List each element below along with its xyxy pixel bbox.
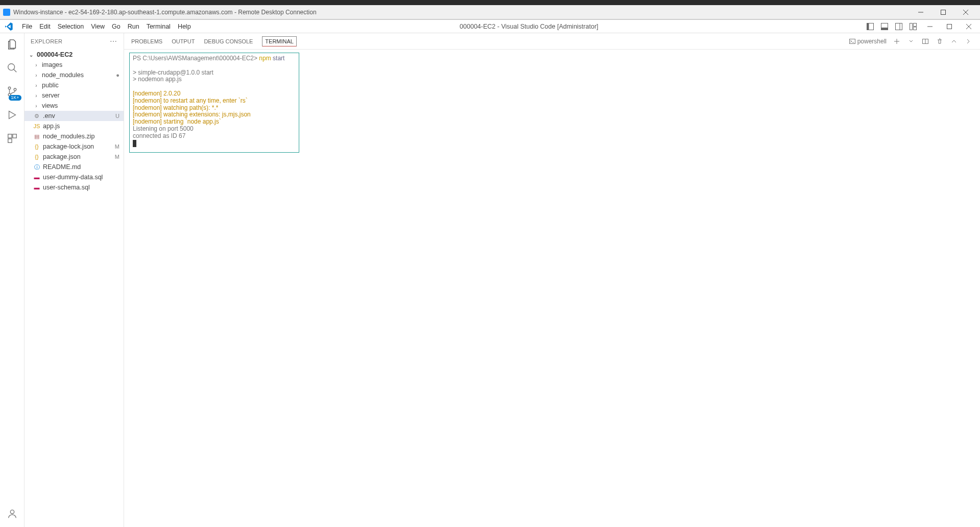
git-ignored-dot-icon: ● bbox=[116, 72, 119, 78]
minimize-icon bbox=[918, 10, 923, 15]
svg-point-14 bbox=[14, 88, 16, 91]
new-terminal-button[interactable] bbox=[892, 37, 901, 46]
svg-rect-0 bbox=[941, 10, 946, 14]
file-user-schema-sql[interactable]: ▬ user-schema.sql bbox=[25, 182, 124, 193]
file-app-js[interactable]: JS app.js bbox=[25, 121, 124, 131]
chevron-right-icon: › bbox=[33, 103, 40, 109]
tab-debug-console[interactable]: DEBUG CONSOLE bbox=[204, 33, 253, 49]
file-readme-md[interactable]: ⓘ README.md bbox=[25, 162, 124, 172]
vscode-close-button[interactable] bbox=[960, 20, 978, 33]
svg-rect-15 bbox=[8, 134, 11, 138]
git-status-untracked: U bbox=[115, 113, 119, 119]
project-name: 000004-EC2 bbox=[37, 51, 124, 58]
menu-view[interactable]: View bbox=[87, 20, 108, 33]
folder-node-modules[interactable]: › node_modules ● bbox=[25, 70, 124, 80]
folder-views[interactable]: › views bbox=[25, 101, 124, 111]
menu-selection[interactable]: Selection bbox=[54, 20, 87, 33]
rdp-maximize-button[interactable] bbox=[932, 5, 954, 19]
terminal-dropdown-button[interactable] bbox=[906, 37, 916, 46]
menu-file[interactable]: File bbox=[18, 20, 36, 33]
svg-rect-9 bbox=[914, 27, 917, 30]
svg-rect-19 bbox=[849, 39, 855, 43]
file-node-modules-zip[interactable]: ▤ node_modules.zip bbox=[25, 131, 124, 141]
layout-panel-icon[interactable] bbox=[878, 20, 891, 33]
layout-sidebar-left-icon[interactable] bbox=[864, 20, 877, 33]
chevron-right-icon bbox=[966, 39, 971, 44]
chevron-right-icon: › bbox=[33, 93, 40, 99]
json-file-icon: {} bbox=[33, 143, 41, 150]
js-file-icon: JS bbox=[33, 123, 41, 129]
split-icon bbox=[922, 38, 928, 44]
panel-more-button[interactable] bbox=[964, 37, 973, 46]
svg-rect-10 bbox=[947, 24, 952, 29]
vscode-logo-icon bbox=[4, 21, 14, 32]
vscode-maximize-button[interactable] bbox=[940, 20, 959, 33]
menu-edit[interactable]: Edit bbox=[36, 20, 54, 33]
trash-icon bbox=[937, 38, 943, 44]
chevron-right-icon: › bbox=[33, 73, 40, 78]
extensions-icon bbox=[7, 133, 18, 144]
menu-go[interactable]: Go bbox=[108, 20, 124, 33]
project-root[interactable]: ⌄ 000004-EC2 bbox=[25, 50, 124, 60]
sql-file-icon: ▬ bbox=[33, 174, 41, 180]
tab-terminal[interactable]: TERMINAL bbox=[262, 36, 297, 46]
activity-run-debug[interactable] bbox=[5, 108, 19, 122]
terminal-prompt: PS C:\Users\AWSManagement\000004-EC2> bbox=[133, 55, 257, 62]
files-icon bbox=[7, 39, 18, 50]
tab-problems[interactable]: PROBLEMS bbox=[131, 33, 162, 49]
chevron-up-icon bbox=[951, 39, 957, 44]
json-file-icon: {} bbox=[33, 154, 41, 160]
rdp-close-button[interactable] bbox=[954, 5, 977, 19]
layout-sidebar-right-icon[interactable] bbox=[892, 20, 905, 33]
file-package-json[interactable]: {} package.json M bbox=[25, 152, 124, 162]
activity-accounts[interactable] bbox=[5, 507, 19, 521]
svg-rect-6 bbox=[900, 23, 902, 30]
svg-rect-2 bbox=[867, 23, 869, 30]
menu-run[interactable]: Run bbox=[124, 20, 143, 33]
menu-terminal[interactable]: Terminal bbox=[143, 20, 174, 33]
panel-tabs: PROBLEMS OUTPUT DEBUG CONSOLE TERMINAL p… bbox=[124, 33, 980, 50]
terminal-shell-selector[interactable]: powershell bbox=[849, 37, 887, 45]
explorer-header: EXPLORER ⋯ bbox=[25, 33, 124, 50]
folder-server[interactable]: › server bbox=[25, 90, 124, 101]
activity-search[interactable] bbox=[5, 61, 19, 75]
svg-rect-17 bbox=[8, 139, 11, 142]
kill-terminal-button[interactable] bbox=[935, 37, 944, 46]
editor-area: PROBLEMS OUTPUT DEBUG CONSOLE TERMINAL p… bbox=[124, 33, 980, 527]
customize-layout-icon[interactable] bbox=[906, 20, 920, 33]
terminal-panel[interactable]: PS C:\Users\AWSManagement\000004-EC2> np… bbox=[124, 50, 980, 527]
file-env[interactable]: ⚙ .env U bbox=[25, 111, 124, 121]
file-user-dummy-data-sql[interactable]: ▬ user-dummy-data.sql bbox=[25, 172, 124, 182]
rdp-minimize-button[interactable] bbox=[910, 5, 932, 19]
activity-extensions[interactable] bbox=[5, 131, 19, 146]
maximize-panel-button[interactable] bbox=[949, 37, 959, 46]
explorer-more-icon[interactable]: ⋯ bbox=[110, 37, 117, 45]
svg-rect-16 bbox=[12, 134, 16, 138]
file-package-lock-json[interactable]: {} package-lock.json M bbox=[25, 141, 124, 152]
chevron-right-icon: › bbox=[33, 83, 40, 88]
activity-explorer[interactable] bbox=[5, 37, 19, 52]
split-terminal-button[interactable] bbox=[921, 37, 930, 46]
menu-help[interactable]: Help bbox=[174, 20, 195, 33]
tab-output[interactable]: OUTPUT bbox=[172, 33, 195, 49]
terminal-output[interactable]: PS C:\Users\AWSManagement\000004-EC2> np… bbox=[129, 53, 299, 153]
chevron-down-icon bbox=[909, 39, 913, 43]
browser-tab-strip bbox=[0, 0, 980, 5]
folder-images[interactable]: › images bbox=[25, 60, 124, 70]
rdp-icon bbox=[3, 9, 10, 16]
terminal-cursor bbox=[133, 140, 136, 147]
play-bug-icon bbox=[7, 109, 18, 121]
svg-point-12 bbox=[8, 87, 11, 89]
explorer-sidebar: EXPLORER ⋯ ⌄ 000004-EC2 › images › node_… bbox=[25, 33, 124, 527]
folder-public[interactable]: › public bbox=[25, 80, 124, 90]
chevron-down-icon: ⌄ bbox=[28, 52, 35, 58]
info-file-icon: ⓘ bbox=[33, 163, 41, 171]
gear-icon: ⚙ bbox=[33, 113, 41, 119]
vscode-minimize-button[interactable] bbox=[921, 20, 939, 33]
source-control-badge: 1K+ bbox=[9, 95, 21, 101]
file-tree: ⌄ 000004-EC2 › images › node_modules ● ›… bbox=[25, 50, 124, 527]
activity-source-control[interactable]: 1K+ bbox=[5, 84, 19, 99]
plus-icon bbox=[894, 38, 900, 44]
powershell-icon bbox=[849, 38, 855, 44]
git-status-modified: M bbox=[115, 143, 119, 150]
